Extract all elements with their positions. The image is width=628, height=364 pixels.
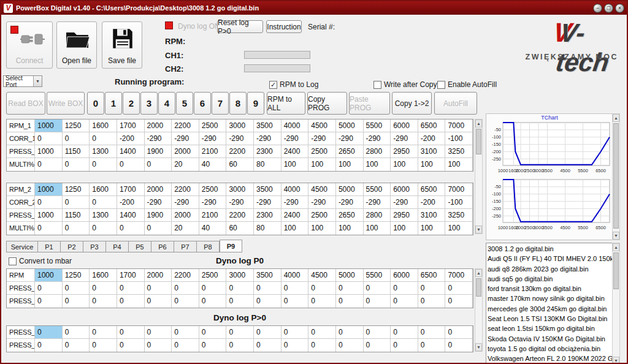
copy-1-to-2-button[interactable]: Copy 1->2: [392, 92, 432, 115]
table-cell[interactable]: 0: [199, 282, 227, 295]
table-cell[interactable]: 0: [117, 222, 145, 235]
scroll-thumb[interactable]: [613, 123, 619, 229]
table-cell[interactable]: 2100: [199, 209, 227, 222]
table-cell[interactable]: 100: [336, 222, 364, 235]
table-cell[interactable]: -100: [445, 196, 473, 209]
table-cell[interactable]: 100: [418, 222, 446, 235]
table-cell[interactable]: 0: [418, 282, 446, 295]
scroll-down-icon[interactable]: ▼: [613, 232, 619, 240]
table-cell[interactable]: 0: [226, 339, 254, 352]
maximize-icon[interactable]: □: [604, 4, 613, 13]
reset-log-button[interactable]: Reset log P>0: [217, 20, 263, 33]
table-cell[interactable]: 80: [254, 158, 281, 171]
table-cell[interactable]: 0: [199, 339, 227, 352]
table-cell[interactable]: 0: [391, 295, 418, 308]
table-cell[interactable]: -290: [172, 132, 199, 145]
table-cell[interactable]: 5000: [336, 269, 364, 282]
table-cell[interactable]: 1250: [63, 269, 90, 282]
table-cell[interactable]: 0: [35, 132, 63, 145]
table-cell[interactable]: 100: [364, 222, 391, 235]
file-list-item[interactable]: mercedes gle 300d 245km go digital.bin: [488, 304, 619, 314]
table-cell[interactable]: 0: [90, 196, 117, 209]
checkbox-enable-autofill[interactable]: Enable AutoFill: [437, 80, 497, 89]
table-cell[interactable]: 0: [63, 132, 90, 145]
table-cell[interactable]: 0: [172, 282, 199, 295]
table-cell[interactable]: 0: [90, 339, 117, 352]
table-cell[interactable]: 0: [308, 326, 336, 339]
close-icon[interactable]: ×: [615, 4, 624, 13]
instruction-button[interactable]: Instruction: [266, 20, 302, 33]
table-cell[interactable]: 0: [117, 339, 145, 352]
table-cell[interactable]: 0: [117, 158, 145, 171]
scroll-thumb[interactable]: [476, 129, 481, 154]
table-cell[interactable]: 0: [364, 326, 391, 339]
table-cell[interactable]: 2400: [281, 209, 309, 222]
table-cell[interactable]: 0: [63, 222, 90, 235]
table-cell[interactable]: 3000: [226, 269, 254, 282]
table-cell[interactable]: 0: [172, 295, 199, 308]
table-cell[interactable]: 0: [391, 326, 418, 339]
table-cell[interactable]: 2650: [336, 145, 364, 158]
table-cell[interactable]: 0: [364, 295, 391, 308]
table-cell[interactable]: 2500: [308, 209, 336, 222]
table-cell[interactable]: 0: [418, 295, 446, 308]
table-cell[interactable]: -290: [336, 196, 364, 209]
table-cell[interactable]: 100: [391, 158, 418, 171]
table-cell[interactable]: 0: [199, 295, 227, 308]
table-cell[interactable]: 5500: [364, 269, 391, 282]
table-cell[interactable]: 0: [90, 295, 117, 308]
table-cell[interactable]: -100: [445, 132, 473, 145]
connect-button[interactable]: Connect: [6, 21, 53, 69]
tab-p8[interactable]: P8: [197, 241, 220, 252]
tab-service[interactable]: Service: [6, 241, 38, 252]
rpm-to-all-button[interactable]: RPM to ALL: [267, 92, 305, 115]
table-cell[interactable]: 0: [336, 282, 364, 295]
table-cell[interactable]: 7000: [445, 183, 473, 196]
table-cell[interactable]: 0: [63, 339, 90, 352]
table-cell[interactable]: -200: [418, 132, 446, 145]
scroll-down-icon[interactable]: ▼: [613, 357, 619, 364]
checkbox-box[interactable]: [373, 81, 381, 89]
table-cell[interactable]: 0: [391, 282, 418, 295]
chevron-down-icon[interactable]: ▼: [33, 76, 42, 86]
table-cell[interactable]: 3000: [226, 119, 254, 132]
table-cell[interactable]: 1250: [63, 183, 90, 196]
table-cell[interactable]: 100: [364, 158, 391, 171]
table-cell[interactable]: 1000: [35, 145, 63, 158]
table-cell[interactable]: 1000: [35, 269, 63, 282]
table-cell[interactable]: 0: [90, 282, 117, 295]
table-cell[interactable]: 2200: [226, 209, 254, 222]
table-cell[interactable]: 1700: [117, 183, 145, 196]
scroll-down-icon[interactable]: ▼: [475, 226, 482, 233]
file-list-item[interactable]: ford transit 130km go digital.bin: [488, 284, 619, 294]
table-cell[interactable]: 3100: [418, 209, 446, 222]
table-cell[interactable]: -290: [364, 132, 391, 145]
table-cell[interactable]: 0: [418, 326, 446, 339]
table-cell[interactable]: 1150: [63, 145, 90, 158]
table-cell[interactable]: 1250: [63, 119, 90, 132]
table-cell[interactable]: 0: [145, 295, 172, 308]
copy-prog-button[interactable]: Copy PROG: [307, 92, 347, 115]
table-cell[interactable]: 5000: [336, 119, 364, 132]
table-cell[interactable]: -290: [199, 132, 227, 145]
table-cell[interactable]: -290: [145, 196, 172, 209]
dyno-tables-scrollbar[interactable]: ▲▼: [475, 268, 483, 352]
table-cell[interactable]: 0: [90, 132, 117, 145]
table-cell[interactable]: 5500: [364, 119, 391, 132]
table-cell[interactable]: 0: [308, 295, 336, 308]
table-cell[interactable]: 3500: [254, 119, 281, 132]
table-cell[interactable]: 7000: [445, 119, 473, 132]
table-cell[interactable]: 3500: [254, 183, 281, 196]
table-cell[interactable]: 0: [172, 339, 199, 352]
table-cell[interactable]: 5000: [336, 183, 364, 196]
table-cell[interactable]: 0: [364, 339, 391, 352]
table-cell[interactable]: 0: [145, 326, 172, 339]
tab-p3[interactable]: P3: [83, 241, 106, 252]
table-cell[interactable]: 2000: [172, 209, 199, 222]
tab-p6[interactable]: P6: [151, 241, 174, 252]
table-cell[interactable]: 2000: [145, 183, 172, 196]
file-list-item[interactable]: Seat Leon 1.5 TSI 130KM Go Digital.bin: [488, 314, 619, 324]
table-cell[interactable]: -200: [418, 196, 446, 209]
table-cell[interactable]: 100: [445, 158, 473, 171]
table-cell[interactable]: 2000: [145, 119, 172, 132]
